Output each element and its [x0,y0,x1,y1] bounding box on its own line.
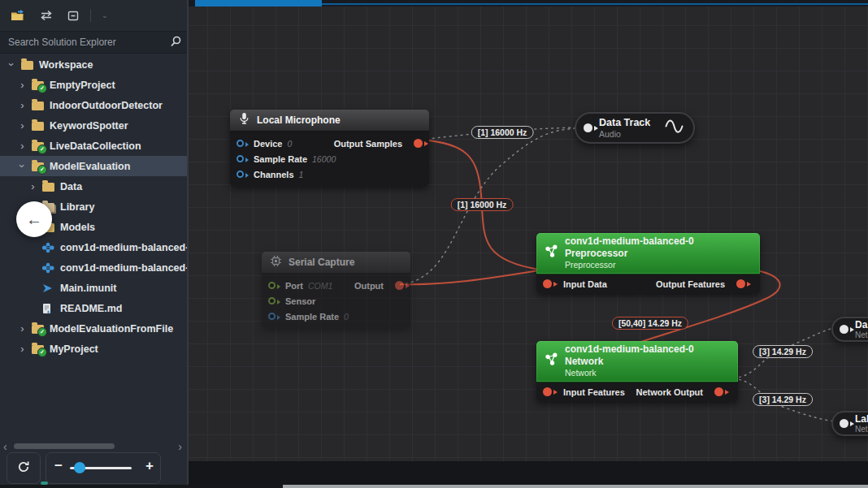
output-port[interactable] [736,279,745,288]
chevron-right-icon[interactable]: › [16,99,28,111]
tree-item-data[interactable]: › Data [0,176,187,196]
row-value: COM1 [308,281,332,291]
node-data-track[interactable]: Data Track Audio [575,112,695,144]
chevron-down-icon[interactable]: › [6,58,18,71]
scrollbar-thumb[interactable] [14,443,115,449]
tree-item-modelevaluation[interactable]: › ModelEvaluation [0,156,187,176]
chevron-right-icon[interactable]: › [16,79,28,91]
tree-item-myproject[interactable]: › MyProject [0,339,187,359]
scroll-right-icon[interactable]: › [178,441,182,452]
node-body: Device 0 Output Samples Sample Rate 1600… [230,132,429,186]
input-port[interactable] [268,282,276,289]
tree-item-modelevaluationfromfile[interactable]: › ModelEvaluationFromFile [0,318,187,339]
chevron-right-icon[interactable]: › [16,322,28,335]
track-input-port[interactable] [840,325,848,334]
tree-item-label: Library [60,201,94,213]
chevron-right-icon[interactable]: › [16,119,28,132]
row-label: Sample Rate [254,154,307,164]
zoom-out-button[interactable]: − [54,458,63,474]
horizontal-scrollbar[interactable]: ‹ › [0,441,187,452]
sync-selection-icon[interactable] [39,10,54,21]
node-row: Device 0 Output Samples [230,136,429,151]
tree-item-indooroutdoordetector[interactable]: › IndoorOutdoorDetector [0,95,187,115]
row-value: 16000 [312,154,336,164]
node-title: Local Microphone [257,114,341,126]
row-value: 0 [287,139,292,149]
chip-icon [270,255,282,270]
track-subtitle: Audio [599,129,650,139]
track-input-port[interactable] [584,123,592,132]
back-cursor-overlay[interactable]: ← [16,201,52,237]
node-track-output-bottom[interactable]: Lab Net [831,411,868,436]
tree-item-label: LiveDataCollection [50,140,141,152]
bottom-strip-light [283,485,868,488]
track-title: Lab [855,414,868,425]
row-label: Sensor [285,296,315,306]
input-port[interactable] [237,155,244,162]
output-port[interactable] [414,139,423,148]
tree-item-keywordspotter[interactable]: › KeywordSpotter [0,115,187,136]
tree-item-model-file-2[interactable]: › conv1d-medium-balanced- [0,257,187,278]
track-subtitle: Net [855,425,868,434]
more-options-icon[interactable]: ⌄ [102,11,108,19]
input-port[interactable] [543,279,552,288]
folder-check-icon [32,325,44,334]
tree-item-main-imunit[interactable]: › Main.imunit [0,278,187,298]
node-subtitle: Network [565,368,730,378]
input-port[interactable] [237,171,244,178]
node-header[interactable]: conv1d-medium-balanced-0 Network Network [536,341,738,382]
node-graph-canvas[interactable]: Local Microphone Device 0 Output Samples… [189,0,868,461]
chevron-right-icon[interactable]: › [16,140,28,152]
scroll-left-icon[interactable]: ‹ [3,441,7,452]
node-subtitle: Preprocessor [565,260,752,270]
tree-item-workspace[interactable]: › Workspace [0,54,187,75]
output-label: Output Samples [334,139,402,149]
solution-explorer-toolbar: ⌄ [0,0,187,31]
row-value: 0 [344,312,349,322]
tree-item-model-file-1[interactable]: › conv1d-medium-balanced- [0,237,187,257]
input-port[interactable] [543,387,552,396]
node-row: Sample Rate 16000 [230,151,429,166]
tree-item-readme[interactable]: › README.md [0,298,187,318]
chevron-right-icon[interactable]: › [27,180,39,192]
node-track-output-top[interactable]: Da Net [831,317,868,342]
input-port[interactable] [237,140,244,147]
input-port[interactable] [268,313,276,320]
node-network[interactable]: conv1d-medium-balanced-0 Network Network… [536,341,738,401]
output-port[interactable] [714,387,723,396]
track-title: Da [855,320,868,330]
input-port[interactable] [268,297,276,304]
search-input[interactable] [0,32,171,53]
zoom-slider-knob[interactable] [74,462,85,473]
zoom-in-button[interactable]: + [145,458,154,474]
node-header[interactable]: Serial Capture [262,252,410,274]
chevron-down-icon[interactable]: › [16,160,28,172]
node-row: Sample Rate 0 [262,309,410,324]
search-icon[interactable] [169,35,182,51]
chevron-right-icon[interactable]: › [16,343,28,355]
node-local-microphone[interactable]: Local Microphone Device 0 Output Samples… [230,110,429,186]
tree-item-label: Data [60,181,82,192]
refresh-icon [15,459,32,478]
bottom-strip [0,485,868,488]
edge-label: [3] 14.29 Hz [753,393,813,406]
node-header[interactable]: conv1d-medium-balanced-0 Preprocessor Pr… [536,233,760,274]
model-icon [41,242,54,253]
open-project-icon[interactable] [11,9,26,22]
tree-item-label: conv1d-medium-balanced- [60,262,187,274]
folder-icon [21,61,33,70]
node-header[interactable]: Local Microphone [230,110,429,132]
taskbar-hint-icon [41,482,48,485]
graph-icon [545,352,558,369]
node-row: Input Features Network Output [536,382,738,401]
tree-item-livedatacollection[interactable]: › LiveDataCollection [0,136,187,156]
node-serial-capture[interactable]: Serial Capture Port COM1 Output Sensor S… [262,252,410,328]
refresh-button[interactable] [7,452,41,484]
active-tab-indicator[interactable] [195,0,322,6]
node-row: Port COM1 Output [262,278,410,293]
node-preprocessor[interactable]: conv1d-medium-balanced-0 Preprocessor Pr… [536,233,760,293]
collapse-all-icon[interactable] [67,10,80,22]
track-input-port[interactable] [840,419,848,428]
output-port[interactable] [395,281,404,290]
tree-item-emptyproject[interactable]: › EmptyProject [0,75,187,95]
